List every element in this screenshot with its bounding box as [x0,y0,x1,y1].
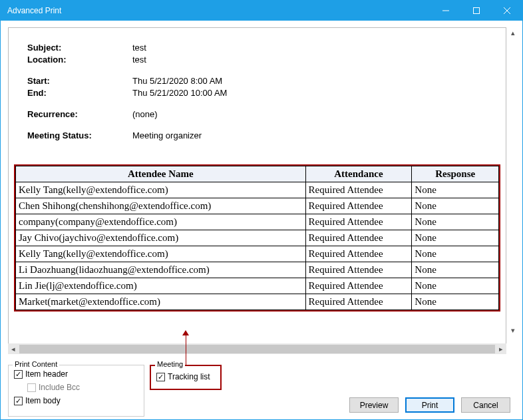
titlebar: Advanced Print [1,1,522,21]
table-row: Li Daozhuang(lidaozhuang@extendoffice.co… [16,262,499,278]
attendance-cell: Required Attendee [305,262,412,278]
minimize-button[interactable] [431,1,461,21]
scroll-down-icon[interactable]: ▾ [508,325,518,335]
svg-rect-1 [474,8,480,14]
button-row: Preview Print Cancel [349,397,510,413]
meeting-legend: Meeting [155,360,185,368]
end-label: End: [27,88,132,98]
close-button[interactable] [492,1,522,21]
item-header-label: Item header [25,369,68,379]
checkbox-icon [27,383,36,392]
status-value: Meeting organizer [132,130,202,140]
subject-label: Subject: [27,43,132,53]
footer: Print Content Item header Include Bcc It… [1,361,522,419]
subject-value: test [132,43,146,53]
item-header-checkbox[interactable]: Item header [9,369,144,379]
attendance-cell: Required Attendee [305,246,412,262]
checkbox-icon [156,373,165,381]
print-button[interactable]: Print [405,397,454,413]
attendee-name-cell: company(company@extendoffice.com) [16,214,306,230]
print-content-group: Print Content Item header Include Bcc It… [8,365,144,417]
start-value: Thu 5/21/2020 8:00 AM [132,76,222,86]
end-value: Thu 5/21/2020 10:00 AM [132,88,227,98]
horizontal-scrollbar[interactable]: ◂ ▸ [8,343,506,354]
vertical-scrollbar[interactable]: ▴ ▾ [508,27,518,335]
response-cell: None [412,230,499,246]
col-attendee-name: Attendee Name [16,166,306,182]
attendee-name-cell: Li Daozhuang(lidaozhuang@extendoffice.co… [16,262,306,278]
status-label: Meeting Status: [27,130,132,140]
include-bcc-label: Include Bcc [39,383,80,392]
callout-line [186,334,186,365]
checkbox-icon [14,370,23,379]
attendance-cell: Required Attendee [305,198,412,214]
recurrence-value: (none) [132,109,158,119]
attendance-cell: Required Attendee [305,294,412,310]
recurrence-label: Recurrence: [27,109,132,119]
location-value: test [132,55,146,65]
attendees-table: Attendee Name Attendance Response Kelly … [15,166,499,310]
table-row: company(company@extendoffice.com)Require… [16,214,499,230]
response-cell: None [412,214,499,230]
content-area: Subject: test Location: test Start: Thu … [1,21,522,361]
attendees-table-wrap: Attendee Name Attendance Response Kelly … [14,164,500,312]
col-response: Response [412,166,499,182]
start-label: Start: [27,76,132,86]
maximize-button[interactable] [461,1,492,21]
attendee-name-cell: Kelly Tang(kelly@extendoffice.com) [16,246,306,262]
attendance-cell: Required Attendee [305,214,412,230]
cancel-button[interactable]: Cancel [461,397,510,413]
preview-pane: Subject: test Location: test Start: Thu … [8,27,506,354]
attendee-name-cell: Jay Chivo(jaychivo@extendoffice.com) [16,230,306,246]
response-cell: None [412,278,499,294]
scroll-left-icon[interactable]: ◂ [8,343,19,354]
table-row: Kelly Tang(kelly@extendoffice.com)Requir… [16,246,499,262]
table-row: Kelly Tang(kelly@extendoffice.com)Requir… [16,182,499,198]
checkbox-icon [14,397,23,405]
attendance-cell: Required Attendee [305,230,412,246]
response-cell: None [412,198,499,214]
attendance-cell: Required Attendee [305,278,412,294]
scroll-up-icon[interactable]: ▴ [508,27,518,38]
location-label: Location: [27,55,132,65]
response-cell: None [412,182,499,198]
attendee-name-cell: Market(market@extendoffice.com) [16,294,306,310]
table-row: Jay Chivo(jaychivo@extendoffice.com)Requ… [16,230,499,246]
scroll-right-icon[interactable]: ▸ [496,343,506,354]
attendance-cell: Required Attendee [305,182,412,198]
table-row: Chen Shihong(chenshihong@extendoffice.co… [16,198,499,214]
col-attendance: Attendance [305,166,412,182]
tracking-list-checkbox[interactable]: Tracking list [151,372,220,381]
response-cell: None [412,262,499,278]
window-title: Advanced Print [1,6,431,15]
tracking-list-label: Tracking list [168,372,210,381]
meeting-group: Meeting Tracking list [150,365,222,390]
attendee-name-cell: Chen Shihong(chenshihong@extendoffice.co… [16,198,306,214]
table-row: Lin Jie(lj@extendoffice.com)Required Att… [16,278,499,294]
meeting-info: Subject: test Location: test Start: Thu … [9,28,506,140]
response-cell: None [412,294,499,310]
response-cell: None [412,246,499,262]
item-body-label: Item body [25,396,61,405]
attendee-name-cell: Kelly Tang(kelly@extendoffice.com) [16,182,306,198]
print-content-legend: Print Content [13,360,59,368]
scroll-thumb[interactable] [19,345,495,353]
preview-button[interactable]: Preview [349,397,399,413]
item-body-checkbox[interactable]: Item body [9,396,144,405]
attendee-name-cell: Lin Jie(lj@extendoffice.com) [16,278,306,294]
table-row: Market(market@extendoffice.com)Required … [16,294,499,310]
include-bcc-checkbox[interactable]: Include Bcc [9,383,144,392]
